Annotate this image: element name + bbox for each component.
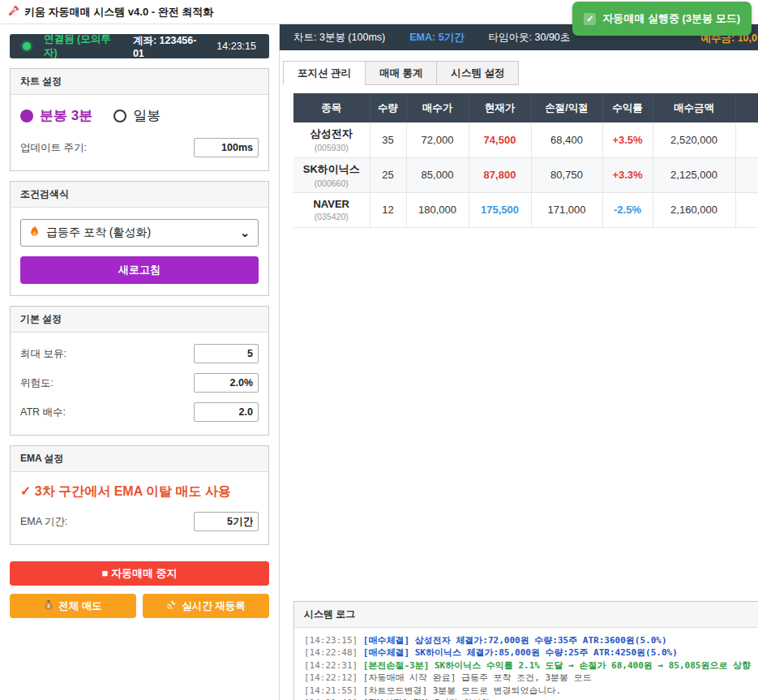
clock-time: 14:23:15 — [216, 41, 256, 52]
tab-bar: 포지션 관리 매매 통계 시스템 설정 — [283, 61, 758, 85]
cell-profit-rate: +3.5% — [602, 122, 653, 157]
table-row[interactable]: SK하이닉스 (000660) 25 85,000 87,800 80,750 … — [293, 157, 758, 192]
ema-period-input[interactable] — [194, 512, 259, 531]
tab-trade-statistics[interactable]: 매매 통계 — [365, 61, 437, 85]
chevron-down-icon: ⌄ — [240, 226, 250, 239]
col-quantity: 수량 — [370, 93, 406, 122]
condition-search-section: 조건검색식 급등주 포착 (활성화) ⌄ 새로고침 — [10, 181, 269, 296]
cell-eval-amount: 2,195,000 — [735, 157, 758, 192]
cell-buy-price: 85,000 — [406, 157, 469, 192]
check-icon: ✓ — [584, 13, 596, 25]
money-bag-icon: $ — [44, 599, 54, 612]
ema-exit-note: ✓ 3차 구간에서 EMA 이탈 매도 사용 — [20, 483, 259, 500]
basic-settings-section: 기본 설정 최대 보유: 위험도: ATR 배수: — [10, 306, 269, 436]
cell-stop-price: 68,400 — [531, 122, 602, 157]
max-holdings-input[interactable] — [194, 344, 259, 363]
table-row[interactable]: 삼성전자 (005930) 35 72,000 74,500 68,400 +3… — [293, 122, 758, 157]
main-panel: 차트: 3분봉 (100ms) EMA: 5기간 타임아웃: 30/90초 예수… — [280, 24, 758, 700]
cell-profit-rate: +3.3% — [602, 157, 653, 192]
atr-multiplier-input[interactable] — [194, 402, 259, 422]
radio-daily-chart[interactable]: 일봉 — [113, 106, 161, 125]
cell-stop-price: 80,750 — [531, 157, 602, 192]
cell-current-price: 175,500 — [469, 192, 531, 227]
tab-system-settings[interactable]: 시스템 설정 — [436, 61, 519, 85]
autotrade-status-badge: ✓ 자동매매 실행중 (3분봉 모드) — [572, 2, 752, 36]
chart-settings-section: 차트 설정 분봉 3분 일봉 업데이트 주기: — [10, 68, 269, 171]
condition-search-title: 조건검색식 — [11, 182, 268, 208]
condition-select-value: 급등주 포착 (활성화) — [46, 225, 151, 240]
cell-eval-amount: 2,106,000 — [735, 192, 758, 227]
risk-label: 위험도: — [20, 376, 54, 390]
log-line: [14:22:31] [본전손절-3분] SK하이닉스 수익률 2.1% 도달 … — [304, 659, 758, 672]
sidebar: 연결됨 (모의투자) 계좌: 123456-01 14:23:15 차트 설정 … — [0, 24, 280, 700]
stock-name: SK하이닉스 — [293, 162, 370, 177]
log-line: [14:21:55] [차트모드변경] 3분봉 모드로 변경되었습니다. — [304, 685, 758, 698]
radio-daily-label: 일봉 — [133, 106, 161, 125]
account-number: 계좌: 123456-01 — [133, 34, 203, 59]
col-profit-rate: 수익률 — [602, 93, 653, 122]
table-header-row: 종목 수량 매수가 현재가 손절/익절 수익률 매수금액 평가금액 — [293, 93, 758, 122]
radio-minute-chart[interactable]: 분봉 3분 — [20, 106, 92, 125]
connection-bar: 연결됨 (모의투자) 계좌: 123456-01 14:23:15 — [10, 34, 269, 58]
connection-dot-icon — [23, 42, 31, 50]
refresh-button[interactable]: 새로고침 — [20, 256, 259, 284]
fire-icon — [29, 225, 40, 240]
col-stop-price: 손절/익절 — [531, 93, 602, 122]
col-buy-price: 매수가 — [406, 93, 469, 122]
cell-current-price: 87,800 — [469, 157, 531, 192]
radio-minute-label: 분봉 3분 — [40, 106, 92, 125]
log-line: [14:22:12] [자동매매 시작 완료] 급등주 포착 조건, 3분봉 모… — [304, 672, 758, 685]
log-line: [14:22:48] [매수체결] SK하이닉스 체결가:85,000원 수량:… — [304, 646, 758, 659]
cell-profit-rate: -2.5% — [602, 192, 653, 227]
info-timeout: 타임아웃: 30/90초 — [489, 31, 571, 45]
system-log-title: 시스템 로그 — [294, 602, 758, 628]
col-buy-amount: 매수금액 — [653, 93, 735, 122]
atr-multiplier-label: ATR 배수: — [20, 406, 66, 419]
cell-buy-amount: 2,160,000 — [653, 192, 735, 227]
risk-input[interactable] — [194, 373, 259, 393]
cell-buy-amount: 2,520,000 — [653, 122, 735, 157]
cell-eval-amount: 2,607,500 — [735, 122, 758, 157]
update-interval-label: 업데이트 주기: — [20, 141, 87, 155]
cell-quantity: 12 — [370, 192, 406, 227]
positions-table: 종목 수량 매수가 현재가 손절/익절 수익률 매수금액 평가금액 삼성전자 (… — [293, 93, 758, 228]
info-chart-mode: 차트: 3분봉 (100ms) — [293, 31, 385, 45]
stock-code: (000660) — [293, 178, 370, 188]
satellite-icon — [166, 599, 177, 612]
reregister-realtime-label: 실시간 재등록 — [182, 599, 245, 613]
page-title: 키움 자동매매 시스템 v4.0 - 완전 최적화 — [24, 5, 213, 19]
cell-quantity: 35 — [370, 122, 406, 157]
cell-current-price: 74,500 — [469, 122, 531, 157]
reregister-realtime-button[interactable]: 실시간 재등록 — [143, 594, 269, 618]
col-stock: 종목 — [293, 93, 370, 122]
stock-name: 삼성전자 — [293, 127, 370, 141]
log-line: [14:23:15] [매수체결] 삼성전자 체결가:72,000원 수량:35… — [304, 634, 758, 647]
table-row[interactable]: NAVER (035420) 12 180,000 175,500 171,00… — [293, 192, 758, 227]
system-log-section: 시스템 로그 [14:23:15] [매수체결] 삼성전자 체결가:72,000… — [293, 601, 758, 700]
system-log-content: [14:23:15] [매수체결] 삼성전자 체결가:72,000원 수량:35… — [294, 628, 758, 700]
max-holdings-label: 최대 보유: — [20, 347, 66, 361]
stop-autotrade-button[interactable]: ■ 자동매매 중지 — [10, 561, 269, 586]
cell-buy-price: 72,000 — [406, 122, 469, 157]
stock-code: (035420) — [293, 212, 370, 221]
autotrade-status-label: 자동매매 실행중 (3분봉 모드) — [602, 11, 740, 26]
cell-quantity: 25 — [370, 157, 406, 192]
cell-buy-price: 180,000 — [406, 192, 469, 227]
update-interval-input[interactable] — [194, 138, 259, 157]
connection-status: 연결됨 (모의투자) — [44, 32, 120, 60]
ema-settings-title: EMA 설정 — [11, 446, 268, 472]
log-line: [14:21:40] [EMA설정] EMA 5기간 활성화 — [304, 697, 758, 700]
condition-select[interactable]: 급등주 포착 (활성화) ⌄ — [20, 219, 259, 247]
cell-stop-price: 171,000 — [531, 192, 602, 227]
sell-all-button[interactable]: $ 전체 매도 — [10, 594, 136, 618]
chart-settings-title: 차트 설정 — [11, 69, 268, 95]
info-ema-period: EMA: 5기간 — [409, 31, 464, 45]
col-current-price: 현재가 — [469, 93, 531, 122]
radio-unselected-icon — [113, 110, 126, 122]
sell-all-label: 전체 매도 — [58, 599, 101, 613]
radio-selected-icon — [20, 110, 33, 122]
basic-settings-title: 기본 설정 — [11, 307, 268, 333]
tab-position-management[interactable]: 포지션 관리 — [283, 61, 366, 85]
col-eval-amount: 평가금액 — [735, 93, 758, 122]
cell-buy-amount: 2,125,000 — [653, 157, 735, 192]
